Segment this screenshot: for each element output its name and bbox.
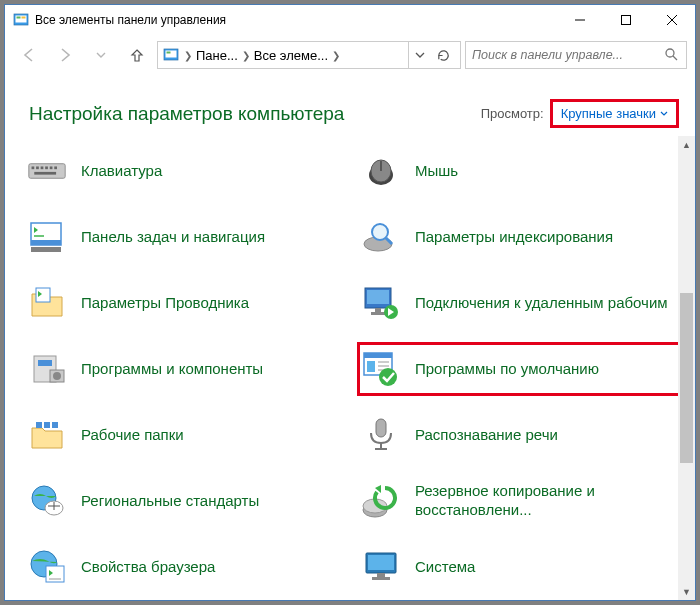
speech-icon bbox=[361, 415, 401, 455]
view-dropdown[interactable]: Крупные значки bbox=[550, 99, 679, 128]
svg-rect-16 bbox=[41, 166, 44, 169]
svg-rect-43 bbox=[367, 361, 375, 372]
svg-rect-3 bbox=[22, 17, 26, 19]
backup-icon bbox=[361, 481, 401, 521]
svg-rect-18 bbox=[50, 166, 53, 169]
svg-rect-14 bbox=[32, 166, 35, 169]
indexing-icon bbox=[361, 217, 401, 257]
chevron-right-icon[interactable]: ❯ bbox=[180, 50, 196, 61]
svg-point-40 bbox=[53, 372, 61, 380]
back-button[interactable] bbox=[13, 41, 45, 69]
remote-icon bbox=[361, 283, 401, 323]
item-default-programs[interactable]: Программы по умолчанию bbox=[357, 342, 691, 396]
item-backup[interactable]: Резервное копирование и восстановлени... bbox=[357, 474, 691, 528]
svg-rect-42 bbox=[364, 353, 392, 358]
svg-rect-25 bbox=[31, 240, 61, 245]
svg-rect-27 bbox=[31, 247, 61, 252]
recent-dropdown[interactable] bbox=[85, 41, 117, 69]
svg-rect-64 bbox=[368, 555, 394, 570]
item-folder-options[interactable]: Параметры Проводника bbox=[23, 276, 357, 330]
maximize-button[interactable] bbox=[603, 5, 649, 35]
address-bar: ❯ Пане... ❯ Все элеме... ❯ bbox=[5, 35, 695, 75]
svg-rect-65 bbox=[377, 573, 385, 577]
region-icon bbox=[27, 481, 67, 521]
items-grid: Клавиатура Мышь Панель задач и навигация… bbox=[23, 144, 691, 594]
item-programs[interactable]: Программы и компоненты bbox=[23, 342, 357, 396]
breadcrumb-dropdown[interactable] bbox=[408, 42, 430, 68]
scroll-down-button[interactable]: ▼ bbox=[678, 583, 695, 600]
scroll-up-button[interactable]: ▲ bbox=[678, 136, 695, 153]
scroll-track[interactable] bbox=[678, 153, 695, 583]
item-taskbar[interactable]: Панель задач и навигация bbox=[23, 210, 357, 264]
svg-point-47 bbox=[379, 368, 397, 386]
page-title: Настройка параметров компьютера bbox=[29, 103, 481, 125]
item-label: Панель задач и навигация bbox=[81, 228, 265, 247]
svg-rect-35 bbox=[371, 312, 385, 315]
chevron-right-icon[interactable]: ❯ bbox=[238, 50, 254, 61]
programs-icon bbox=[27, 349, 67, 389]
search-icon[interactable] bbox=[664, 47, 680, 63]
svg-rect-20 bbox=[34, 172, 56, 175]
forward-button[interactable] bbox=[49, 41, 81, 69]
breadcrumb-level2[interactable]: Все элеме... bbox=[254, 48, 328, 63]
svg-rect-50 bbox=[52, 422, 58, 428]
default-programs-icon bbox=[361, 349, 401, 389]
item-keyboard[interactable]: Клавиатура bbox=[23, 144, 357, 198]
svg-rect-66 bbox=[372, 577, 390, 580]
item-label: Мышь bbox=[415, 162, 458, 181]
item-label: Распознавание речи bbox=[415, 426, 558, 445]
item-label: Система bbox=[415, 558, 475, 577]
app-icon bbox=[13, 12, 29, 28]
up-button[interactable] bbox=[121, 41, 153, 69]
svg-rect-17 bbox=[45, 166, 48, 169]
search-input[interactable] bbox=[472, 48, 664, 62]
svg-rect-5 bbox=[622, 16, 631, 25]
svg-rect-61 bbox=[46, 566, 64, 582]
item-label: Клавиатура bbox=[81, 162, 162, 181]
breadcrumb-level1[interactable]: Пане... bbox=[196, 48, 238, 63]
control-panel-window: Все элементы панели управления ❯ Пане...… bbox=[4, 4, 696, 601]
svg-rect-15 bbox=[36, 166, 39, 169]
svg-rect-48 bbox=[36, 422, 42, 428]
content-area: Клавиатура Мышь Панель задач и навигация… bbox=[5, 136, 695, 600]
scrollbar[interactable]: ▲ ▼ bbox=[678, 136, 695, 600]
item-remote[interactable]: Подключения к удаленным рабочим bbox=[357, 276, 691, 330]
svg-line-12 bbox=[673, 56, 677, 60]
work-folders-icon bbox=[27, 415, 67, 455]
item-label: Резервное копирование и восстановлени... bbox=[415, 482, 683, 520]
search-box[interactable] bbox=[465, 41, 687, 69]
svg-point-11 bbox=[666, 49, 674, 57]
item-region[interactable]: Региональные стандарты bbox=[23, 474, 357, 528]
item-internet-options[interactable]: Свойства браузера bbox=[23, 540, 357, 594]
svg-rect-13 bbox=[29, 164, 65, 179]
chevron-down-icon bbox=[660, 110, 668, 118]
close-button[interactable] bbox=[649, 5, 695, 35]
window-title: Все элементы панели управления bbox=[35, 13, 557, 27]
scroll-thumb[interactable] bbox=[680, 293, 693, 463]
svg-rect-19 bbox=[54, 166, 57, 169]
item-indexing[interactable]: Параметры индексирования bbox=[357, 210, 691, 264]
item-label: Свойства браузера bbox=[81, 558, 215, 577]
view-value: Крупные значки bbox=[561, 106, 656, 121]
body: Настройка параметров компьютера Просмотр… bbox=[5, 75, 695, 600]
breadcrumb[interactable]: ❯ Пане... ❯ Все элеме... ❯ bbox=[157, 41, 461, 69]
internet-options-icon bbox=[27, 547, 67, 587]
svg-rect-2 bbox=[17, 17, 21, 19]
taskbar-icon bbox=[27, 217, 67, 257]
item-label: Параметры индексирования bbox=[415, 228, 613, 247]
system-icon bbox=[361, 547, 401, 587]
item-work-folders[interactable]: Рабочие папки bbox=[23, 408, 357, 462]
item-speech[interactable]: Распознавание речи bbox=[357, 408, 691, 462]
item-system[interactable]: Система bbox=[357, 540, 691, 594]
item-mouse[interactable]: Мышь bbox=[357, 144, 691, 198]
refresh-button[interactable] bbox=[430, 42, 456, 68]
heading-row: Настройка параметров компьютера Просмотр… bbox=[5, 75, 695, 136]
svg-rect-33 bbox=[367, 290, 389, 304]
svg-rect-38 bbox=[38, 360, 52, 366]
control-panel-icon bbox=[162, 46, 180, 64]
minimize-button[interactable] bbox=[557, 5, 603, 35]
chevron-right-icon[interactable]: ❯ bbox=[328, 50, 344, 61]
mouse-icon bbox=[361, 151, 401, 191]
item-label: Программы и компоненты bbox=[81, 360, 263, 379]
item-label: Подключения к удаленным рабочим bbox=[415, 294, 668, 313]
